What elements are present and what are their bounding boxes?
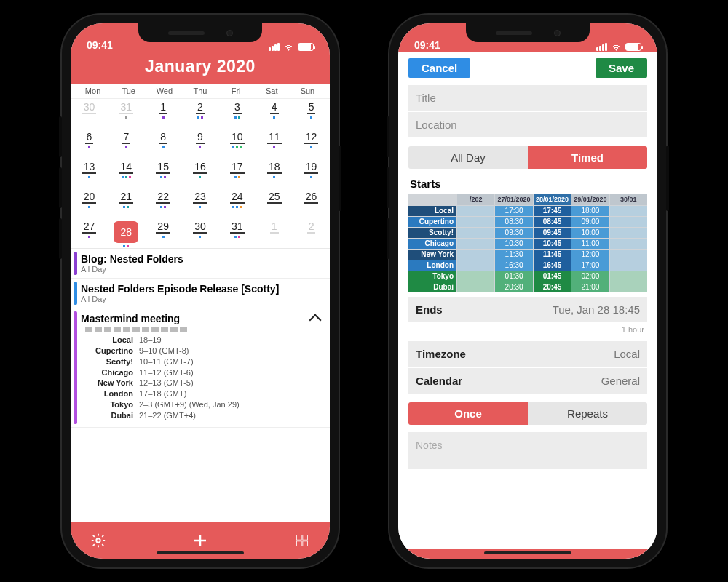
svg-point-0 [96,538,100,543]
event-item-expanded[interactable]: Mastermind meeting Local18–19Cupertino9–… [71,308,330,428]
wifi-icon [611,43,622,51]
calendar-day[interactable]: 24 [218,188,256,218]
calendar-day[interactable]: 14 [108,159,145,188]
signal-icon [269,43,280,51]
calendar-day[interactable]: 6 [71,129,108,159]
event-item[interactable]: Blog: Nested Folders All Day [71,249,330,279]
calendar-day[interactable]: 5 [293,99,330,129]
seg-allday[interactable]: All Day [408,146,528,169]
svg-rect-4 [303,541,308,546]
allday-timed-segment[interactable]: All Day Timed [408,146,647,169]
calendar-day[interactable]: 31 [108,99,145,129]
svg-rect-1 [297,535,302,541]
duration-hint: 1 hour [408,324,647,341]
event-list: Blog: Nested Folders All Day Nested Fold… [71,248,330,522]
title-field[interactable]: Title [408,85,647,111]
seg-once[interactable]: Once [408,402,528,425]
location-field[interactable]: Location [408,112,647,137]
calendar-day[interactable]: 23 [182,188,219,218]
starts-label: Starts [408,175,647,193]
calendar-day[interactable]: 12 [293,129,330,159]
calendar-day[interactable]: 21 [108,188,145,218]
calendar-title[interactable]: January 2020 [71,52,330,84]
calendar-day[interactable]: 26 [293,188,330,218]
seg-timed[interactable]: Timed [528,146,647,169]
calendar-row[interactable]: Calendar General [408,368,647,394]
phone-calendar: 09:41 January 2020 MonTue WedThu FriSat … [62,15,339,567]
calendar-day[interactable]: 15 [145,159,182,188]
calendar-day[interactable]: 10 [218,129,256,159]
weekday-row: MonTue WedThu FriSat Sun [71,84,330,99]
calendar-day[interactable]: 27 [71,218,108,248]
calendar-day[interactable]: 11 [256,129,293,159]
calendar-day[interactable]: 31 [218,218,256,248]
wifi-icon [283,43,294,51]
calendar-day[interactable]: 18 [256,159,293,188]
add-event-icon[interactable] [191,532,209,549]
calendar-day[interactable]: 13 [71,159,108,188]
calendar-day[interactable]: 28 [108,218,145,248]
calendar-day[interactable]: 17 [218,159,256,188]
notes-field[interactable]: Notes [408,432,647,469]
seg-repeats[interactable]: Repeats [528,402,647,425]
calendar-day[interactable]: 9 [182,129,219,159]
status-time: 09:41 [87,39,113,51]
calendar-day[interactable]: 25 [256,188,293,218]
battery-icon [625,43,641,51]
view-grid-icon[interactable] [293,532,311,549]
calendar-day[interactable]: 30 [71,99,108,129]
cancel-button[interactable]: Cancel [408,58,470,78]
calendar-day[interactable]: 7 [108,129,145,159]
ends-row[interactable]: Ends Tue, Jan 28 18:45 [408,297,647,322]
save-button[interactable]: Save [596,58,647,78]
calendar-day[interactable]: 8 [145,129,182,159]
calendar-day[interactable]: 29 [145,218,182,248]
calendar-day[interactable]: 1 [145,99,182,129]
status-time: 09:41 [414,39,440,51]
calendar-day[interactable]: 30 [182,218,219,248]
repeat-segment[interactable]: Once Repeats [408,402,647,425]
calendar-day[interactable]: 16 [182,159,219,188]
month-grid[interactable]: 3031123456789101112131415161718192021222… [71,99,330,248]
calendar-day[interactable]: 1 [256,218,293,248]
calendar-day[interactable]: 2 [293,218,330,248]
calendar-day[interactable]: 19 [293,159,330,188]
svg-rect-2 [303,535,308,541]
phone-event-form: 09:41 Cancel Save Title Location All Day… [389,15,666,567]
signal-icon [596,43,607,51]
timezone-row[interactable]: Timezone Local [408,341,647,367]
battery-icon [298,43,314,51]
svg-rect-3 [297,541,302,546]
calendar-day[interactable]: 4 [256,99,293,129]
calendar-day[interactable]: 3 [218,99,256,129]
calendar-day[interactable]: 20 [71,188,108,218]
settings-icon[interactable] [90,532,107,549]
timezone-picker[interactable]: /20227/01/202028/01/202029/01/202030/01L… [408,194,647,292]
calendar-day[interactable]: 2 [182,99,219,129]
event-item[interactable]: Nested Folders Episode Release [Scotty] … [71,279,330,308]
calendar-day[interactable]: 22 [145,188,182,218]
